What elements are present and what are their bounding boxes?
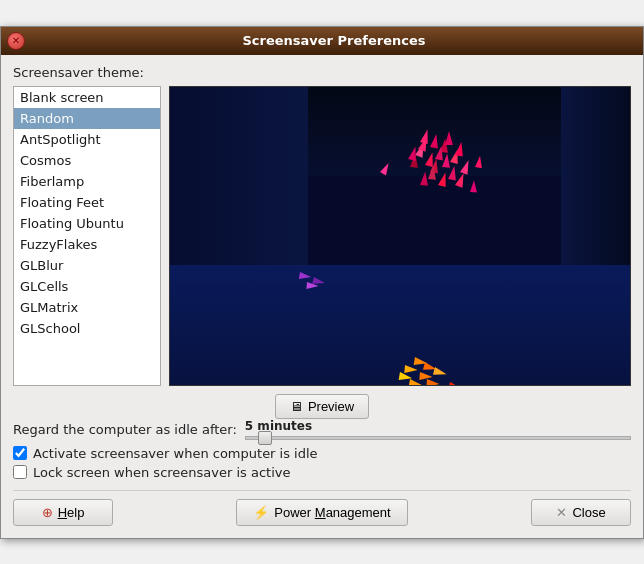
- svg-marker-23: [299, 272, 312, 281]
- power-management-button[interactable]: ⚡ Power Management: [236, 499, 407, 526]
- svg-marker-32: [409, 379, 423, 385]
- preview-icon: 🖥: [290, 399, 303, 414]
- idle-slider-container: 5 minutes: [245, 419, 631, 440]
- list-item[interactable]: AntSpotlight: [14, 129, 160, 150]
- svg-marker-14: [460, 158, 472, 174]
- preview-animation: [170, 87, 630, 385]
- help-icon: ⊕: [42, 505, 53, 520]
- lock-label: Lock screen when screensaver is active: [33, 465, 291, 480]
- main-area: Blank screenRandomAntSpotlightCosmosFibe…: [13, 86, 631, 386]
- svg-marker-27: [404, 365, 418, 374]
- theme-label: Screensaver theme:: [13, 65, 631, 80]
- activate-checkbox[interactable]: [13, 446, 27, 460]
- close-x-icon: ✕: [12, 35, 20, 46]
- list-item[interactable]: GLCells: [14, 276, 160, 297]
- close-label: Close: [572, 505, 605, 520]
- activate-label: Activate screensaver when computer is id…: [33, 446, 318, 461]
- idle-label: Regard the computer as idle after:: [13, 422, 237, 437]
- list-item[interactable]: Blank screen: [14, 87, 160, 108]
- list-item[interactable]: Random: [14, 108, 160, 129]
- screensaver-preferences-window: ✕ Screensaver Preferences Screensaver th…: [0, 26, 644, 539]
- screensaver-list[interactable]: Blank screenRandomAntSpotlightCosmosFibe…: [13, 86, 161, 386]
- svg-marker-19: [455, 171, 467, 187]
- activate-checkbox-row: Activate screensaver when computer is id…: [13, 446, 631, 461]
- list-item[interactable]: FuzzyFlakes: [14, 234, 160, 255]
- svg-marker-18: [420, 171, 429, 186]
- idle-slider[interactable]: [245, 436, 631, 440]
- svg-marker-44: [449, 382, 462, 385]
- button-row: ⊕ Help ⚡ Power Management ✕ Close: [13, 490, 631, 526]
- list-item[interactable]: Floating Feet: [14, 192, 160, 213]
- idle-row: Regard the computer as idle after: 5 min…: [13, 419, 631, 440]
- svg-marker-6: [445, 131, 453, 145]
- help-button[interactable]: ⊕ Help: [13, 499, 113, 526]
- help-label: Help: [58, 505, 85, 520]
- window-content: Screensaver theme: Blank screenRandomAnt…: [1, 55, 643, 538]
- list-item[interactable]: Fiberlamp: [14, 171, 160, 192]
- close-icon: ✕: [556, 505, 567, 520]
- svg-marker-21: [470, 180, 478, 193]
- titlebar: ✕ Screensaver Preferences: [1, 27, 643, 55]
- list-item[interactable]: GLMatrix: [14, 297, 160, 318]
- svg-marker-22: [475, 155, 484, 168]
- lock-checkbox-row: Lock screen when screensaver is active: [13, 465, 631, 480]
- lock-checkbox[interactable]: [13, 465, 27, 479]
- svg-marker-12: [455, 141, 465, 156]
- list-item[interactable]: Cosmos: [14, 150, 160, 171]
- svg-marker-11: [442, 153, 451, 168]
- list-item[interactable]: GLBlur: [14, 255, 160, 276]
- preview-button[interactable]: 🖥 Preview: [275, 394, 369, 419]
- preview-display: [169, 86, 631, 386]
- preview-buttons-row: 🖥 Preview: [13, 394, 631, 419]
- svg-marker-30: [419, 372, 433, 381]
- svg-marker-33: [426, 379, 440, 385]
- svg-marker-17: [438, 171, 449, 187]
- list-item[interactable]: GLSchool: [14, 318, 160, 339]
- preview-label: Preview: [308, 399, 354, 414]
- power-label: Power Management: [274, 505, 390, 520]
- power-icon: ⚡: [253, 505, 269, 520]
- window-title: Screensaver Preferences: [31, 33, 637, 48]
- list-item[interactable]: Floating Ubuntu: [14, 213, 160, 234]
- svg-marker-31: [433, 367, 448, 378]
- window-close-button[interactable]: ✕: [7, 32, 25, 50]
- svg-marker-0: [430, 133, 440, 148]
- svg-marker-20: [380, 161, 392, 175]
- close-button[interactable]: ✕ Close: [531, 499, 631, 526]
